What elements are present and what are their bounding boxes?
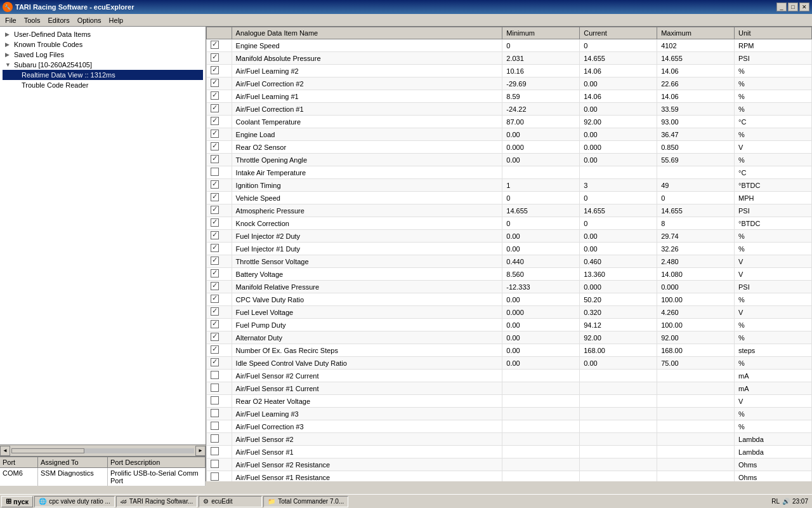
row-name-26: Air/Fuel Sensor #2 Current <box>232 370 502 382</box>
scroll-left-button[interactable]: ◄ <box>0 446 10 456</box>
checkbox-cell-4 <box>207 90 232 103</box>
row-checkbox-24[interactable] <box>211 345 219 354</box>
row-checkbox-33[interactable] <box>211 460 219 468</box>
col-port: Port <box>0 457 38 467</box>
tree-item-5[interactable]: Trouble Code Reader <box>3 80 203 90</box>
row-checkbox-0[interactable] <box>211 41 219 49</box>
row-min-8: 0.000 <box>502 141 580 154</box>
scroll-thumb[interactable] <box>11 448 84 453</box>
row-checkbox-25[interactable] <box>211 358 219 366</box>
row-max-10 <box>657 166 735 179</box>
row-checkbox-11[interactable] <box>211 180 219 189</box>
row-unit-22: % <box>735 319 812 331</box>
tree-item-1[interactable]: ▶Known Trouble Codes <box>3 39 203 50</box>
table-row: Air/Fuel Correction #1-24.220.0033.59% <box>207 103 812 116</box>
row-name-21: Fuel Level Voltage <box>232 306 502 319</box>
table-row: Battery Voltage8.56013.36014.080V <box>207 268 812 281</box>
minimize-button[interactable]: _ <box>776 3 787 11</box>
row-max-12: 0 <box>657 192 735 204</box>
row-unit-31: Lambda <box>735 433 812 446</box>
row-checkbox-26[interactable] <box>211 371 219 379</box>
row-unit-12: MPH <box>735 192 812 204</box>
close-button[interactable]: ✕ <box>799 3 809 11</box>
row-checkbox-22[interactable] <box>211 320 219 328</box>
taskbar-item-0[interactable]: 🌐cpc valve duty ratio ... <box>34 496 115 507</box>
row-checkbox-27[interactable] <box>211 384 219 392</box>
row-checkbox-14[interactable] <box>211 218 219 227</box>
table-row: Ignition Timing1349°BTDC <box>207 179 812 192</box>
row-checkbox-13[interactable] <box>211 206 219 214</box>
taskbar-item-label-0: cpc valve duty ratio ... <box>49 498 110 505</box>
row-current-1: 14.655 <box>580 52 657 65</box>
taskbar-item-1[interactable]: 🏎TARI Racing Softwar... <box>116 496 197 507</box>
checkbox-cell-28 <box>207 395 232 408</box>
row-checkbox-4[interactable] <box>211 91 219 100</box>
row-checkbox-23[interactable] <box>211 333 219 341</box>
row-checkbox-20[interactable] <box>211 295 219 303</box>
row-min-33 <box>502 458 580 471</box>
row-max-17: 2.480 <box>657 255 735 268</box>
row-checkbox-21[interactable] <box>211 307 219 316</box>
row-checkbox-34[interactable] <box>211 472 219 481</box>
tree-item-2[interactable]: ▶Saved Log Files <box>3 50 203 60</box>
row-min-24: 0.00 <box>502 344 580 357</box>
tree-expand-icon-2: ▶ <box>5 51 11 58</box>
taskbar-item-label-3: Total Commander 7.0... <box>278 498 344 505</box>
row-checkbox-9[interactable] <box>211 155 219 163</box>
row-checkbox-2[interactable] <box>211 66 219 74</box>
tree-view: ▶User-Defined Data Items▶Known Trouble C… <box>0 27 206 444</box>
row-max-15: 29.74 <box>657 230 735 243</box>
taskbar: ⊞ пуск 🌐cpc valve duty ratio ...🏎TARI Ra… <box>0 494 812 508</box>
row-name-1: Manifold Absolute Pressure <box>232 52 502 65</box>
row-name-5: Air/Fuel Correction #1 <box>232 103 502 116</box>
row-name-25: Idle Speed Control Valve Duty Ratio <box>232 357 502 370</box>
table-row: Air/Fuel Sensor #1 CurrentmA <box>207 382 812 395</box>
row-checkbox-8[interactable] <box>211 142 219 150</box>
menu-tools[interactable]: Tools <box>20 15 44 25</box>
row-checkbox-7[interactable] <box>211 130 219 138</box>
start-button[interactable]: ⊞ пуск <box>1 496 33 507</box>
checkbox-cell-24 <box>207 344 232 357</box>
scroll-right-button[interactable]: ► <box>195 446 206 456</box>
row-checkbox-15[interactable] <box>211 231 219 239</box>
taskbar-item-2[interactable]: ⚙ecuEdit <box>199 496 262 507</box>
row-checkbox-10[interactable] <box>211 168 219 176</box>
row-current-34 <box>580 471 657 482</box>
row-checkbox-16[interactable] <box>211 244 219 252</box>
row-checkbox-17[interactable] <box>211 257 219 265</box>
row-max-1: 14.655 <box>657 52 735 65</box>
row-checkbox-31[interactable] <box>211 434 219 443</box>
row-checkbox-5[interactable] <box>211 104 219 112</box>
row-checkbox-28[interactable] <box>211 396 219 404</box>
row-checkbox-3[interactable] <box>211 79 219 87</box>
row-checkbox-30[interactable] <box>211 422 219 430</box>
menu-help[interactable]: Help <box>105 15 128 25</box>
maximize-button[interactable]: □ <box>788 3 798 11</box>
row-name-19: Manifold Relative Pressure <box>232 281 502 293</box>
tree-item-4[interactable]: Realtime Data View :: 1312ms <box>3 70 203 80</box>
row-min-29 <box>502 408 580 420</box>
row-checkbox-6[interactable] <box>211 117 219 125</box>
scroll-track[interactable] <box>11 448 194 453</box>
row-name-18: Battery Voltage <box>232 268 502 281</box>
data-table-container[interactable]: Analogue Data Item Name Minimum Current … <box>206 27 812 481</box>
horizontal-scrollbar[interactable]: ◄ ► <box>0 444 206 456</box>
tree-item-3[interactable]: ▼Subaru [10-260A254105] <box>3 60 203 70</box>
row-checkbox-1[interactable] <box>211 53 219 62</box>
row-unit-25: % <box>735 357 812 370</box>
taskbar-item-3[interactable]: 📁Total Commander 7.0... <box>263 496 348 507</box>
row-checkbox-12[interactable] <box>211 193 219 201</box>
row-checkbox-29[interactable] <box>211 409 219 417</box>
table-row: Engine Speed004102RPM <box>207 39 812 52</box>
row-checkbox-19[interactable] <box>211 282 219 290</box>
row-checkbox-18[interactable] <box>211 269 219 277</box>
row-min-14: 0 <box>502 217 580 230</box>
row-max-26 <box>657 370 735 382</box>
row-unit-20: % <box>735 293 812 306</box>
menu-options[interactable]: Options <box>74 15 105 25</box>
tree-item-0[interactable]: ▶User-Defined Data Items <box>3 29 203 39</box>
menu-editors[interactable]: Editors <box>44 15 73 25</box>
menu-file[interactable]: File <box>1 15 20 25</box>
row-max-6: 93.00 <box>657 116 735 128</box>
row-checkbox-32[interactable] <box>211 447 219 455</box>
